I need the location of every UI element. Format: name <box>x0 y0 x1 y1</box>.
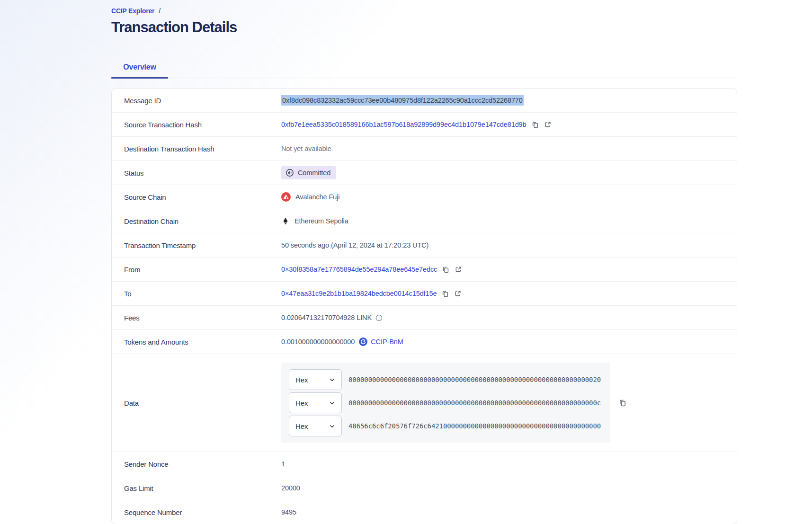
copy-icon <box>618 399 627 407</box>
tab-bar: Overview <box>111 56 737 78</box>
table-row-source-chain: Source Chain Avalanche Fuji <box>112 185 737 209</box>
status-badge-label: Committed <box>298 169 330 177</box>
tab-overview[interactable]: Overview <box>111 56 168 78</box>
timestamp-value: 50 seconds ago (April 12, 2024 at 17:20:… <box>281 241 428 249</box>
external-link-icon <box>454 290 462 297</box>
external-link-icon <box>455 266 462 273</box>
copy-icon <box>441 290 449 298</box>
dest-chain-value: Ethereum Sepolia <box>281 217 348 225</box>
table-row-fees: Fees 0.020647132170704928 LINK <box>112 306 737 330</box>
table-row-gas-limit: Gas Limit 20000 <box>112 476 737 500</box>
table-row-to: To 0×47eaa31c9e2b1b1ba19824bedcbe0014c15… <box>112 282 737 306</box>
row-label: From <box>112 266 281 274</box>
token-amount: 0.001000000000000000 <box>281 338 355 346</box>
row-label: Source Chain <box>112 193 281 201</box>
encoding-select[interactable]: Hex <box>289 416 342 436</box>
token-link[interactable]: CCIP-BnM <box>371 338 403 346</box>
row-label: To <box>112 290 281 298</box>
chevron-down-icon <box>329 377 335 383</box>
source-chain-value: Avalanche Fuji <box>281 192 339 202</box>
table-row-message-id: Message ID 0xf8dc098c832332ac59ccc73ee00… <box>112 89 737 113</box>
page: CCIP Explorer / Transaction Details Over… <box>0 0 812 524</box>
breadcrumb-separator: / <box>159 7 161 15</box>
pulse-circle-icon <box>286 169 294 177</box>
table-row-tokens: Tokens and Amounts 0.001000000000000000 … <box>112 330 737 354</box>
row-label: Destination Chain <box>112 217 281 225</box>
data-line-2: Hex 000000000000000000000000000000000000… <box>289 392 602 413</box>
row-label: Tokens and Amounts <box>112 338 281 346</box>
external-link-button[interactable] <box>544 121 552 128</box>
tab-overview-label: Overview <box>123 63 156 71</box>
dest-tx-hash-value: Not yet available <box>281 145 331 152</box>
page-title: Transaction Details <box>111 19 737 36</box>
sender-nonce-value: 1 <box>281 460 285 468</box>
row-label: Sender Nonce <box>112 460 281 468</box>
chevron-down-icon <box>329 423 335 429</box>
row-label: Transaction Timestamp <box>112 241 281 249</box>
to-address-link[interactable]: 0×47eaa31c9e2b1b1ba19824bedcbe0014c15df1… <box>281 290 437 297</box>
from-address-link[interactable]: 0×30f8358a7e17765894de55e294a78ee645e7ed… <box>281 266 437 273</box>
table-row-sequence-number: Sequence Number 9495 <box>112 500 737 524</box>
active-tab-underline <box>111 77 168 79</box>
fees-value: 0.020647132170704928 LINK <box>281 314 372 321</box>
external-link-button[interactable] <box>454 290 462 297</box>
row-label: Data <box>112 399 281 407</box>
ccip-bnm-token-icon <box>359 337 367 346</box>
message-id-value: 0xf8dc098c832332ac59ccc73ee00b480975d8f1… <box>281 95 524 106</box>
breadcrumb: CCIP Explorer / <box>111 7 737 15</box>
source-chain-name: Avalanche Fuji <box>295 193 339 201</box>
dest-chain-name: Ethereum Sepolia <box>294 217 348 225</box>
copy-data-button[interactable] <box>618 399 627 407</box>
table-row-status: Status Committed <box>112 161 737 185</box>
external-link-icon <box>544 121 552 128</box>
table-row-dest-chain: Destination Chain Ethereum Sepolia <box>112 209 737 233</box>
table-row-timestamp: Transaction Timestamp 50 seconds ago (Ap… <box>112 233 737 258</box>
avalanche-logo-icon <box>281 192 291 202</box>
details-card: Message ID 0xf8dc098c832332ac59ccc73ee00… <box>111 88 737 524</box>
row-label: Status <box>112 169 281 177</box>
copy-button[interactable] <box>441 290 449 298</box>
table-row-dest-tx-hash: Destination Transaction Hash Not yet ava… <box>112 137 737 161</box>
copy-icon <box>442 266 450 274</box>
chevron-down-icon <box>329 400 335 406</box>
info-icon <box>375 314 383 321</box>
data-line-1: Hex 000000000000000000000000000000000000… <box>289 369 602 390</box>
copy-icon <box>531 121 539 129</box>
external-link-button[interactable] <box>455 266 462 273</box>
data-hex-value: 0000000000000000000000000000000000000000… <box>348 376 601 383</box>
data-line-3: Hex 48656c6c6f20576f726c6421000000000000… <box>289 416 602 436</box>
table-row-source-tx-hash: Source Transaction Hash 0xfb7e1eea5335c0… <box>112 113 737 137</box>
table-row-from: From 0×30f8358a7e17765894de55e294a78ee64… <box>112 258 737 282</box>
gas-limit-value: 20000 <box>281 484 300 492</box>
table-row-data: Data Hex 0000000000000000000000000000000… <box>112 354 737 452</box>
main-content: CCIP Explorer / Transaction Details Over… <box>111 0 737 524</box>
encoding-select[interactable]: Hex <box>289 392 342 413</box>
row-label: Gas Limit <box>112 484 281 492</box>
table-row-sender-nonce: Sender Nonce 1 <box>112 452 737 476</box>
row-label: Sequence Number <box>112 508 281 516</box>
data-hex-value: 0000000000000000000000000000000000000000… <box>348 399 601 407</box>
encoding-select-value: Hex <box>295 399 308 407</box>
row-label: Fees <box>112 314 281 322</box>
ethereum-logo-icon <box>281 217 290 225</box>
encoding-select-value: Hex <box>295 422 308 430</box>
encoding-select-value: Hex <box>295 376 308 384</box>
breadcrumb-link-ccip-explorer[interactable]: CCIP Explorer <box>111 7 154 15</box>
row-label: Message ID <box>112 97 281 105</box>
encoding-select[interactable]: Hex <box>289 369 342 390</box>
sequence-number-value: 9495 <box>281 508 296 516</box>
data-hex-panel: Hex 000000000000000000000000000000000000… <box>281 363 610 443</box>
data-hex-value: 48656c6c6f20576f726c64210000000000000000… <box>348 422 601 430</box>
row-label: Destination Transaction Hash <box>112 145 281 153</box>
copy-button[interactable] <box>531 121 539 129</box>
fees-info[interactable] <box>375 314 383 321</box>
row-label: Source Transaction Hash <box>112 121 281 129</box>
copy-button[interactable] <box>442 266 450 274</box>
status-badge: Committed <box>281 166 336 179</box>
source-tx-hash-link[interactable]: 0xfb7e1eea5335c018589166b1ac597b618a9289… <box>281 121 526 128</box>
